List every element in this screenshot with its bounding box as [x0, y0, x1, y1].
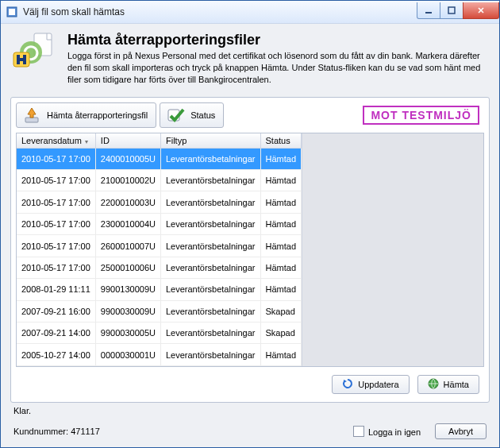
titlebar: Välj fil som skall hämtas — [1, 1, 499, 24]
app-icon — [6, 6, 18, 18]
table-row[interactable]: 2010-05-17 17:002200010003ULeverantörsbe… — [17, 191, 302, 213]
cell-status: Skapad — [260, 300, 302, 322]
checkbox-icon — [353, 426, 364, 437]
check-icon — [165, 106, 186, 124]
grid-empty-area — [302, 133, 483, 366]
tab-fetch-files[interactable]: Hämta återrapporteringsfil — [16, 102, 156, 128]
svg-rect-3 — [448, 7, 455, 14]
tab-status-label: Status — [190, 110, 215, 120]
table-row[interactable]: 2010-05-17 17:002300010004ULeverantörsbe… — [17, 213, 302, 234]
cell-date: 2010-05-17 17:00 — [17, 257, 95, 278]
sort-desc-icon: ▾ — [85, 138, 88, 145]
cell-id: 2600010007U — [95, 235, 160, 257]
file-table[interactable]: Leveransdatum▾ ID Filtyp Status 2010-05-… — [17, 133, 302, 366]
cell-type: Leverantörsbetalningar — [160, 322, 260, 344]
cell-type: Leverantörsbetalningar — [160, 300, 260, 322]
cell-id: 2200010003U — [95, 191, 160, 213]
cell-date: 2010-05-17 17:00 — [17, 148, 95, 169]
main-panel: Hämta återrapporteringsfil Status MOT TE… — [10, 97, 490, 403]
table-row[interactable]: 2010-05-17 17:002400010005ULeverantörsbe… — [17, 148, 302, 169]
minimize-button[interactable] — [417, 2, 440, 19]
cell-date: 2008-01-29 11:11 — [17, 279, 95, 300]
cell-type: Leverantörsbetalningar — [160, 235, 260, 257]
cell-type: Leverantörsbetalningar — [160, 169, 260, 191]
table-row[interactable]: 2007-09-21 16:009900030009ULeverantörsbe… — [17, 300, 302, 322]
tab-fetch-label: Hämta återrapporteringsfil — [47, 110, 148, 120]
table-row[interactable]: 2010-05-17 17:002600010007ULeverantörsbe… — [17, 235, 302, 257]
refresh-button[interactable]: Uppdatera — [332, 375, 409, 394]
relogin-checkbox[interactable]: Logga in igen — [353, 426, 421, 437]
svg-marker-16 — [344, 380, 347, 383]
cell-id: 2100010002U — [95, 169, 160, 191]
tab-status[interactable]: Status — [160, 102, 224, 128]
cell-status: Hämtad — [260, 169, 302, 191]
cell-status: Hämtad — [260, 213, 302, 234]
table-row[interactable]: 2010-05-17 17:002500010006ULeverantörsbe… — [17, 257, 302, 278]
status-text: Klar. — [10, 403, 490, 420]
cell-date: 2007-09-21 14:00 — [17, 322, 95, 344]
app-window: Välj fil som skall hämtas — [0, 0, 500, 448]
app-logo-icon — [10, 32, 60, 70]
col-id[interactable]: ID — [95, 133, 160, 149]
svg-rect-1 — [9, 9, 15, 15]
window-body: Hämta återrapporteringsfiler Logga först… — [1, 24, 499, 447]
svg-rect-12 — [17, 58, 26, 61]
cell-date: 2010-05-17 17:00 — [17, 191, 95, 213]
table-row[interactable]: 2010-05-17 17:002100010002ULeverantörsbe… — [17, 169, 302, 191]
cancel-button[interactable]: Avbryt — [435, 423, 487, 439]
cell-status: Hämtad — [260, 191, 302, 213]
footer: Kundnummer: 471117 Logga in igen Avbryt — [10, 420, 490, 441]
col-status[interactable]: Status — [260, 133, 302, 149]
cell-id: 9900030009U — [95, 300, 160, 322]
cell-type: Leverantörsbetalningar — [160, 148, 260, 169]
page-description: Logga först in på Nexus Personal med det… — [67, 50, 490, 86]
cell-status: Hämtad — [260, 344, 302, 366]
cell-status: Hämtad — [260, 148, 302, 169]
table-row[interactable]: 2007-09-21 14:009900030005ULeverantörsbe… — [17, 322, 302, 344]
cell-id: 2500010006U — [95, 257, 160, 278]
cell-type: Leverantörsbetalningar — [160, 344, 260, 366]
fetch-label: Hämta — [444, 380, 469, 389]
tab-row: Hämta återrapporteringsfil Status MOT TE… — [16, 102, 484, 128]
close-button[interactable] — [463, 2, 499, 19]
panel-buttons: Uppdatera Hämta — [16, 367, 484, 397]
cell-date: 2010-05-17 17:00 — [17, 235, 95, 257]
cell-id: 9900130009U — [95, 279, 160, 300]
header: Hämta återrapporteringsfiler Logga först… — [10, 32, 490, 86]
file-grid: Leveransdatum▾ ID Filtyp Status 2010-05-… — [16, 133, 484, 367]
col-type[interactable]: Filtyp — [160, 133, 260, 149]
cell-type: Leverantörsbetalningar — [160, 279, 260, 300]
page-title: Hämta återrapporteringsfiler — [67, 32, 490, 48]
table-row[interactable]: 2008-01-29 11:119900130009ULeverantörsbe… — [17, 279, 302, 300]
cell-status: Hämtad — [260, 257, 302, 278]
test-env-stamp: MOT TESTMILJÖ — [363, 106, 479, 125]
cell-status: Hämtad — [260, 279, 302, 300]
cell-date: 2005-10-27 14:00 — [17, 344, 95, 366]
header-text: Hämta återrapporteringsfiler Logga först… — [67, 32, 490, 86]
refresh-icon — [342, 378, 353, 391]
globe-icon — [428, 378, 439, 391]
col-date[interactable]: Leveransdatum▾ — [17, 133, 95, 149]
cell-status: Hämtad — [260, 235, 302, 257]
download-icon — [21, 106, 42, 124]
window-buttons — [417, 2, 499, 18]
refresh-label: Uppdatera — [358, 380, 398, 389]
cell-status: Skapad — [260, 322, 302, 344]
cell-type: Leverantörsbetalningar — [160, 213, 260, 234]
svg-rect-2 — [425, 12, 432, 14]
svg-rect-13 — [25, 118, 38, 122]
cell-date: 2010-05-17 17:00 — [17, 169, 95, 191]
svg-marker-14 — [28, 108, 36, 118]
cell-date: 2007-09-21 16:00 — [17, 300, 95, 322]
table-row[interactable]: 2005-10-27 14:000000030001ULeverantörsbe… — [17, 344, 302, 366]
window-title: Välj fil som skall hämtas — [23, 6, 417, 17]
relogin-label: Logga in igen — [368, 427, 421, 437]
cell-date: 2010-05-17 17:00 — [17, 213, 95, 234]
cell-id: 9900030005U — [95, 322, 160, 344]
cell-type: Leverantörsbetalningar — [160, 257, 260, 278]
fetch-button[interactable]: Hämta — [417, 375, 479, 394]
cell-id: 2300010004U — [95, 213, 160, 234]
cell-type: Leverantörsbetalningar — [160, 191, 260, 213]
maximize-button[interactable] — [440, 2, 463, 19]
cell-id: 0000030001U — [95, 344, 160, 366]
